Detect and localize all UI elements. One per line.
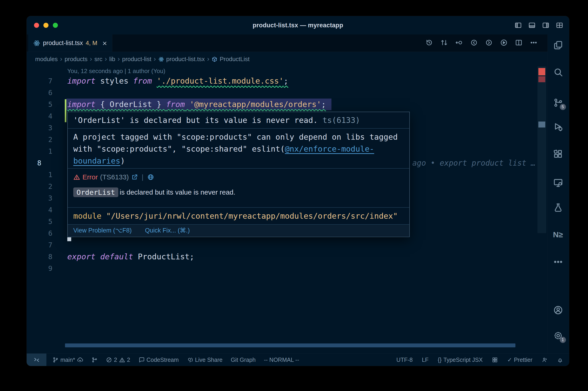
- code-line-import-styles[interactable]: import styles from './product-list.modul…: [67, 75, 288, 87]
- codestream-status[interactable]: CodeStream: [139, 357, 179, 363]
- zoom-window-button[interactable]: [53, 23, 58, 28]
- eol-status[interactable]: LF: [422, 357, 428, 363]
- chevron-right-icon: ›: [60, 55, 62, 63]
- line-number[interactable]: 6: [29, 227, 52, 239]
- prettier-status[interactable]: ✓Prettier: [507, 357, 532, 363]
- minimap-slider[interactable]: [537, 66, 546, 233]
- line-number[interactable]: 3: [29, 122, 52, 134]
- scm-badge: 5: [560, 104, 566, 110]
- tab-close-icon[interactable]: ×: [102, 39, 107, 47]
- hover-actions: View Problem (⌥F8) Quick Fix... (⌘.): [68, 224, 409, 236]
- previous-change-icon[interactable]: [470, 39, 478, 47]
- breadcrumb-src[interactable]: src: [94, 56, 102, 63]
- branch-status[interactable]: main*: [52, 357, 83, 363]
- current-line-number[interactable]: 8: [29, 157, 52, 169]
- errors-icon: [106, 357, 112, 363]
- breadcrumb-products[interactable]: products: [65, 56, 87, 63]
- breadcrumb-modules[interactable]: modules: [35, 56, 58, 63]
- layout-sidebar-right-icon[interactable]: [542, 22, 549, 30]
- next-change-icon[interactable]: [485, 39, 493, 47]
- hover-resize-handle[interactable]: [67, 237, 71, 241]
- explorer-icon[interactable]: [553, 40, 564, 51]
- remote-indicator[interactable]: [27, 354, 46, 366]
- layout-panel-icon[interactable]: [528, 22, 536, 30]
- error-label: Error: [83, 173, 98, 181]
- compare-changes-icon[interactable]: [440, 39, 448, 47]
- problems-status[interactable]: 2 2: [106, 357, 130, 363]
- line-number[interactable]: 3: [29, 192, 52, 204]
- globe-icon[interactable]: [147, 174, 154, 181]
- line-number[interactable]: 4: [29, 110, 52, 122]
- close-window-button[interactable]: [34, 23, 39, 28]
- minimize-window-button[interactable]: [43, 23, 48, 28]
- chevron-right-icon: ›: [207, 55, 209, 63]
- extensions-icon[interactable]: [553, 149, 564, 160]
- line-number[interactable]: 2: [29, 134, 52, 145]
- source-control-icon[interactable]: 5: [553, 98, 564, 109]
- nx-rule-link[interactable]: boundaries: [73, 156, 120, 165]
- git-graph-status[interactable]: Git Graph: [231, 357, 256, 363]
- line-number[interactable]: 7: [29, 239, 52, 251]
- language-status[interactable]: {}TypeScript JSX: [438, 357, 483, 363]
- nx-console-icon[interactable]: N≥: [553, 230, 564, 241]
- layout-grid-icon[interactable]: [492, 357, 498, 363]
- customize-layout-icon[interactable]: [556, 22, 563, 30]
- breadcrumb: modules › products › src › lib › product…: [27, 52, 548, 66]
- tab-product-list[interactable]: product-list.tsx 4, M ×: [28, 34, 112, 52]
- encoding-status[interactable]: UTF-8: [396, 357, 413, 363]
- account-icon[interactable]: [553, 305, 564, 316]
- git-added-gutter-indicator: [65, 99, 66, 122]
- live-share-status[interactable]: Live Share: [187, 357, 223, 363]
- line-number[interactable]: 4: [29, 204, 52, 216]
- layout-sidebar-left-icon[interactable]: [514, 22, 522, 30]
- chevron-right-icon: ›: [118, 55, 120, 63]
- horizontal-scrollbar[interactable]: [65, 343, 515, 347]
- feedback-icon[interactable]: [542, 357, 548, 363]
- git-branch-icon: [52, 357, 59, 363]
- open-changes-icon[interactable]: [455, 39, 463, 47]
- settings-gear-icon[interactable]: 1: [553, 331, 564, 342]
- code-line-import-orderlist[interactable]: import { OrderList } from '@myreactapp/m…: [67, 98, 326, 110]
- more-actions-icon[interactable]: [530, 39, 537, 47]
- additional-views-icon[interactable]: [553, 257, 564, 268]
- line-number[interactable]: 9: [29, 263, 52, 274]
- testing-icon[interactable]: [553, 203, 564, 214]
- gitlens-blame-lens[interactable]: You, 12 seconds ago | 1 author (You): [67, 67, 165, 75]
- run-file-icon[interactable]: [500, 39, 507, 47]
- nx-rule-link[interactable]: @nx/enforce-module-: [285, 144, 374, 153]
- run-debug-icon[interactable]: [553, 122, 564, 133]
- notifications-bell-icon[interactable]: [557, 357, 563, 363]
- timeline-history-icon[interactable]: [425, 39, 433, 47]
- line-number[interactable]: 5: [29, 98, 52, 110]
- line-number[interactable]: 2: [29, 181, 52, 192]
- breadcrumb-product-list[interactable]: product-list: [122, 56, 151, 63]
- vim-mode-status: -- NORMAL --: [264, 357, 299, 363]
- tab-bar: product-list.tsx 4, M ×: [27, 34, 548, 52]
- live-share-icon: [187, 357, 193, 363]
- eslint-warning-squiggle: './product-list.module.css';: [157, 76, 288, 86]
- line-number[interactable]: 6: [29, 87, 52, 98]
- search-icon[interactable]: [553, 67, 564, 78]
- comment-icon: [139, 357, 145, 363]
- code-editor[interactable]: 7 6 5 4 3 2 1 8 1 2 3 4 5 6 7 8 9 You, 1…: [27, 66, 548, 353]
- chevron-right-icon: ›: [105, 55, 107, 63]
- breadcrumb-file[interactable]: product-list.tsx: [158, 56, 205, 63]
- breadcrumb-lib[interactable]: lib: [109, 56, 115, 63]
- editor-actions: [425, 34, 548, 52]
- error-explanation-section: Error(TS6133) | OrderList is declared bu…: [68, 168, 409, 207]
- open-external-icon[interactable]: [131, 174, 138, 181]
- vscode-window: product-list.tsx — myreactapp product-li…: [27, 16, 569, 366]
- code-line-export-default[interactable]: export default ProductList;: [67, 251, 194, 263]
- remote-explorer-icon[interactable]: [553, 178, 564, 189]
- traffic-lights: [34, 23, 58, 28]
- breadcrumb-symbol[interactable]: ProductList: [212, 56, 250, 63]
- line-number[interactable]: 1: [29, 169, 52, 181]
- line-number[interactable]: 1: [29, 145, 52, 157]
- view-problem-link[interactable]: View Problem (⌥F8): [73, 227, 132, 234]
- git-graph-status-icon[interactable]: [91, 357, 98, 363]
- line-number[interactable]: 8: [29, 251, 52, 263]
- quick-fix-link[interactable]: Quick Fix... (⌘.): [145, 227, 190, 234]
- line-number[interactable]: 7: [29, 75, 52, 87]
- line-number[interactable]: 5: [29, 216, 52, 227]
- split-editor-icon[interactable]: [515, 39, 522, 47]
